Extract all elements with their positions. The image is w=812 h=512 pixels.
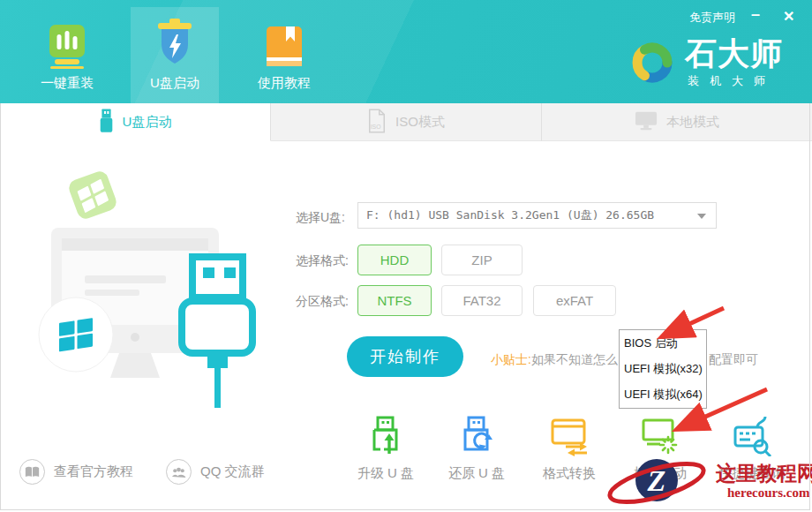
link-label: 查看官方教程 xyxy=(54,463,133,480)
tool-restore-usb[interactable]: 还原 U 盘 xyxy=(431,414,523,482)
tab-label: ISO模式 xyxy=(395,114,445,131)
monitor-icon xyxy=(635,110,658,134)
open-book-icon xyxy=(19,459,45,485)
simulate-boot-icon xyxy=(639,414,681,456)
nav-item-tutorial[interactable]: 使用教程 xyxy=(240,7,328,103)
tab-usb-boot[interactable]: U盘启动 xyxy=(0,103,271,141)
tool-upgrade-usb[interactable]: 升级 U 盘 xyxy=(340,414,432,482)
chevron-down-icon xyxy=(697,214,706,219)
chart-icon xyxy=(44,23,90,69)
mode-tabbar: U盘启动 ISO ISO模式 本地模式 xyxy=(0,103,812,141)
tool-label: 升级 U 盘 xyxy=(340,465,432,482)
usb-drive-select[interactable]: F: (hd1) USB SanDisk 3.2Gen1 (U盘) 26.65G… xyxy=(357,202,717,229)
watermark-site-name: 这里教程网 xyxy=(716,460,812,487)
partition-option-fat32[interactable]: FAT32 xyxy=(441,285,523,316)
tip-prefix: 小贴士: xyxy=(491,352,531,366)
menu-item-bios[interactable]: BIOS 启动 xyxy=(620,330,706,356)
shield-lightning-icon xyxy=(152,18,198,69)
partition-option-ntfs[interactable]: NTFS xyxy=(357,285,432,316)
nav-label: U盘启动 xyxy=(150,75,199,92)
link-label: QQ 交流群 xyxy=(200,463,265,480)
usb-upgrade-icon xyxy=(365,414,407,456)
minimize-button[interactable]: – xyxy=(751,5,760,24)
header: 一键重装 U盘启动 使用教程 xyxy=(0,0,812,103)
format-option-hdd[interactable]: HDD xyxy=(357,245,432,275)
tool-label: 还原 U 盘 xyxy=(431,465,523,482)
logo-subtitle: 装机大师 xyxy=(685,73,783,89)
partition-label: 分区格式: xyxy=(296,294,349,310)
tab-label: U盘启动 xyxy=(123,114,172,131)
watermark-swirl-icon: Z xyxy=(598,454,718,508)
usb-select-label: 选择U盘: xyxy=(296,210,345,226)
watermark-site-url: herecours.com xyxy=(727,486,809,501)
official-tutorial-link[interactable]: 查看官方教程 xyxy=(19,459,133,485)
nav-label: 使用教程 xyxy=(258,75,311,92)
tip-text-left: 小贴士:如果不知道怎么 xyxy=(491,352,618,368)
tab-local-mode[interactable]: 本地模式 xyxy=(542,103,812,141)
start-button[interactable]: 开始制作 xyxy=(347,336,463,377)
menu-item-uefi-x32[interactable]: UEFI 模拟(x32) xyxy=(620,356,706,381)
app-window: 一键重装 U盘启动 使用教程 xyxy=(0,0,812,512)
format-label: 选择格式: xyxy=(296,253,349,269)
partition-option-exfat[interactable]: exFAT xyxy=(533,285,616,316)
boot-mode-menu: BIOS 启动 UEFI 模拟(x32) UEFI 模拟(x64) xyxy=(619,329,707,409)
tip-text-right: 配置即可 xyxy=(709,352,758,368)
svg-text:ISO: ISO xyxy=(371,124,381,130)
logo-title: 石大师 xyxy=(685,35,783,72)
hotkey-query-icon xyxy=(731,414,773,456)
usb-stick-icon xyxy=(99,109,114,136)
close-button[interactable]: ✕ xyxy=(783,8,794,25)
site-watermark: Z 这里教程网 herecours.com xyxy=(598,454,810,508)
tab-label: 本地模式 xyxy=(666,114,719,131)
qq-group-link[interactable]: QQ 交流群 xyxy=(166,459,265,485)
disclaimer-link[interactable]: 免责声明 xyxy=(689,10,735,26)
tab-iso-mode[interactable]: ISO ISO模式 xyxy=(271,103,542,141)
brand-logo: 石大师 装机大师 xyxy=(625,35,783,94)
format-option-zip[interactable]: ZIP xyxy=(441,245,523,275)
logo-swirl-icon xyxy=(625,35,680,94)
usb-illustration xyxy=(26,141,291,415)
usb-drive-value: F: (hd1) USB SanDisk 3.2Gen1 (U盘) 26.65G… xyxy=(358,203,716,228)
nav-item-one-key-reinstall[interactable]: 一键重装 xyxy=(23,7,111,103)
nav-item-usb-boot[interactable]: U盘启动 xyxy=(131,7,219,103)
menu-item-uefi-x64[interactable]: UEFI 模拟(x64) xyxy=(620,382,706,408)
nav-label: 一键重装 xyxy=(41,75,94,92)
usb-restore-icon xyxy=(455,414,498,456)
book-icon xyxy=(261,25,307,69)
iso-file-icon: ISO xyxy=(367,109,387,136)
people-group-icon xyxy=(166,459,192,485)
format-convert-icon xyxy=(548,414,590,456)
